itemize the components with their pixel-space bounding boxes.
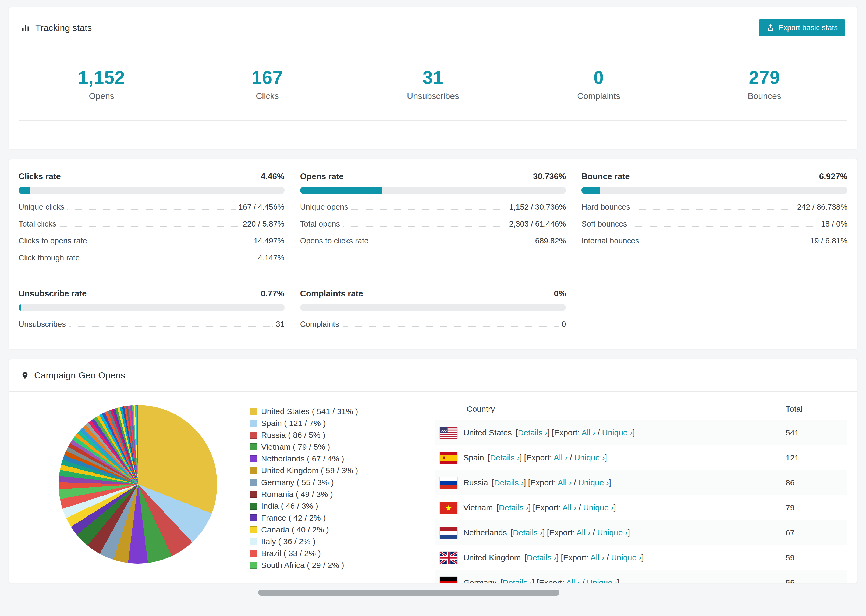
- opens-rate-title: Opens rate: [300, 172, 344, 181]
- rates-card: Clicks rate 4.46% Unique clicks167 / 4.4…: [9, 159, 857, 349]
- stat-opens-label: Opens: [89, 91, 114, 101]
- uk-flag-icon: [440, 552, 457, 564]
- details-link[interactable]: Details ›: [513, 528, 542, 537]
- geo-legend: United States ( 541 / 31% ) Spain ( 121 …: [250, 405, 400, 583]
- clicks-rate-progress-fill: [19, 187, 30, 194]
- legend-swatch: [250, 455, 257, 462]
- legend-label: Russia ( 86 / 5% ): [261, 431, 325, 440]
- legend-item: United States ( 541 / 31% ): [250, 405, 400, 417]
- export-unique-link[interactable]: Unique ›: [597, 528, 627, 537]
- summary-stats: 1,152 Opens 167 Clicks 31 Unsubscribes 0…: [19, 47, 847, 121]
- stat-row: Click through rate4.147%: [19, 250, 285, 266]
- legend-item: United Kingdom ( 59 / 3% ): [250, 465, 400, 476]
- export-unique-link[interactable]: Unique ›: [574, 453, 605, 462]
- dotted-leader: [630, 226, 819, 226]
- tracking-stats-header: Tracking stats: [21, 23, 92, 33]
- legend-item: Romania ( 49 / 3% ): [250, 488, 400, 500]
- stat-row: Clicks to opens rate14.497%: [19, 233, 285, 250]
- legend-item: Vietnam ( 79 / 5% ): [250, 441, 400, 453]
- legend-label: Netherlands ( 67 / 4% ): [261, 454, 344, 464]
- stat-row: Unique clicks167 / 4.456%: [19, 199, 285, 215]
- legend-label: Italy ( 36 / 2% ): [261, 537, 315, 546]
- export-unique-link[interactable]: Unique ›: [583, 503, 614, 512]
- dotted-leader: [642, 243, 808, 244]
- legend-swatch: [250, 467, 257, 474]
- country-name: United States: [463, 428, 512, 437]
- legend-item: South Africa ( 29 / 2% ): [250, 559, 400, 571]
- export-unique-link[interactable]: Unique ›: [587, 578, 617, 583]
- stat-clicks-label: Clicks: [256, 91, 279, 101]
- dotted-leader: [343, 226, 506, 226]
- total-value: 59: [786, 553, 847, 562]
- export-all-link[interactable]: All ›: [562, 503, 576, 512]
- country-name: Germany: [463, 578, 496, 583]
- total-value: 541: [786, 428, 847, 437]
- stat-row: Hard bounces242 / 86.738%: [581, 199, 847, 215]
- stat-row: Complaints0: [300, 316, 566, 333]
- complaints-rate-value: 0%: [554, 289, 566, 299]
- unsubscribe-rate-value: 0.77%: [261, 289, 285, 299]
- export-all-link[interactable]: All ›: [566, 578, 580, 583]
- total-value: 86: [786, 478, 847, 487]
- dotted-leader: [59, 226, 240, 226]
- clicks-rate-title: Clicks rate: [19, 172, 61, 181]
- opens-rate-value: 30.736%: [533, 172, 566, 181]
- legend-label: France ( 42 / 2% ): [261, 513, 326, 522]
- details-link[interactable]: Details ›: [494, 478, 524, 487]
- dotted-leader: [633, 209, 794, 210]
- table-row-united-states: United States [Details ›] [Export: All ›…: [435, 420, 847, 445]
- stat-opens: 1,152 Opens: [19, 47, 184, 120]
- stat-bounces-value: 279: [749, 67, 780, 88]
- table-row-russia: Russia [Details ›] [Export: All › / Uniq…: [435, 470, 847, 495]
- legend-item: Canada ( 40 / 2% ): [250, 524, 400, 536]
- details-link[interactable]: Details ›: [518, 428, 547, 437]
- dotted-leader: [67, 209, 236, 210]
- legend-item: Russia ( 86 / 5% ): [250, 429, 400, 441]
- details-link[interactable]: Details ›: [490, 453, 520, 462]
- export-all-link[interactable]: All ›: [581, 428, 595, 437]
- legend-swatch: [250, 443, 257, 451]
- stat-row: Internal bounces19 / 6.81%: [581, 233, 847, 250]
- export-unique-link[interactable]: Unique ›: [611, 553, 641, 562]
- export-all-link[interactable]: All ›: [557, 478, 572, 487]
- export-basic-stats-button[interactable]: Export basic stats: [759, 19, 845, 36]
- country-name: United Kingdom: [463, 553, 521, 562]
- dotted-leader: [69, 326, 273, 327]
- stat-row: Total clicks220 / 5.87%: [19, 215, 285, 233]
- stat-unsubscribes-value: 31: [422, 67, 444, 88]
- details-link[interactable]: Details ›: [499, 503, 529, 512]
- table-row-netherlands: Netherlands [Details ›] [Export: All › /…: [435, 520, 847, 545]
- stat-row: Opens to clicks rate689.82%: [300, 233, 566, 250]
- export-all-link[interactable]: All ›: [590, 553, 604, 562]
- complaints-rate-title: Complaints rate: [300, 289, 363, 299]
- country-name: Spain: [463, 453, 484, 462]
- legend-label: Canada ( 40 / 2% ): [261, 525, 329, 534]
- export-unique-link[interactable]: Unique ›: [578, 478, 609, 487]
- unsubscribe-rate-block: Unsubscribe rate 0.77% Unsubscribes31: [19, 289, 285, 333]
- legend-swatch: [250, 538, 257, 545]
- legend-label: Spain ( 121 / 7% ): [261, 419, 326, 428]
- stat-complaints: 0 Complaints: [516, 47, 682, 120]
- export-all-link[interactable]: All ›: [554, 453, 568, 462]
- export-all-link[interactable]: All ›: [576, 528, 590, 537]
- legend-swatch: [250, 562, 257, 569]
- table-row-spain: Spain [Details ›] [Export: All › / Uniqu…: [435, 445, 847, 470]
- geo-table-header: Country Total: [435, 398, 847, 420]
- total-value: 121: [786, 453, 847, 462]
- legend-swatch: [250, 420, 257, 427]
- legend-swatch: [250, 503, 257, 509]
- details-link[interactable]: Details ›: [503, 578, 532, 583]
- dotted-leader: [342, 326, 559, 327]
- legend-item: Netherlands ( 67 / 4% ): [250, 453, 400, 465]
- total-value: 67: [786, 528, 847, 537]
- legend-label: Vietnam ( 79 / 5% ): [261, 442, 330, 451]
- horizontal-scrollbar-thumb[interactable]: [258, 590, 559, 596]
- geo-opens-header: Campaign Geo Opens: [9, 359, 857, 391]
- bounce-rate-progressbar: [581, 187, 847, 194]
- export-unique-link[interactable]: Unique ›: [602, 428, 633, 437]
- legend-item: Brazil ( 33 / 2% ): [250, 547, 400, 559]
- spain-flag-icon: [440, 452, 457, 464]
- details-link[interactable]: Details ›: [527, 553, 556, 562]
- legend-label: Germany ( 55 / 3% ): [261, 478, 334, 487]
- legend-item: India ( 46 / 3% ): [250, 500, 400, 512]
